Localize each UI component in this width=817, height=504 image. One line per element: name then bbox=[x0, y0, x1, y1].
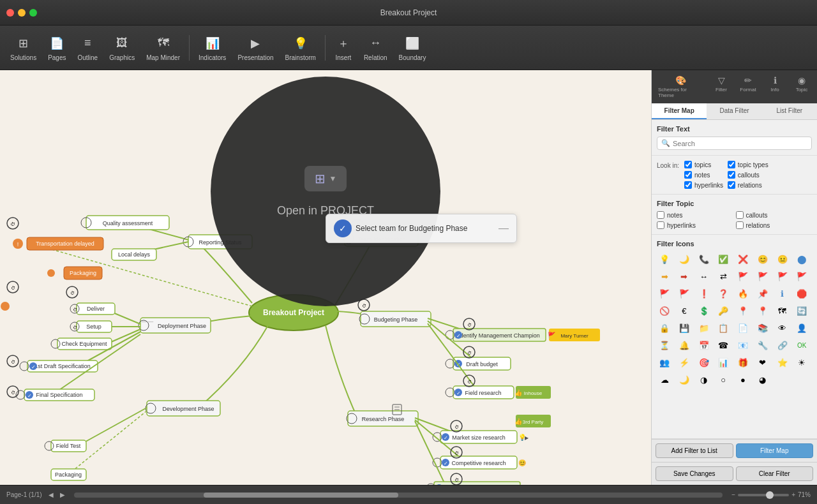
icon-eye[interactable]: 👁 bbox=[775, 320, 790, 336]
maximize-button[interactable] bbox=[29, 9, 37, 17]
icon-target[interactable]: 🎯 bbox=[696, 355, 712, 370]
icon-paper[interactable]: 📄 bbox=[735, 320, 751, 336]
icon-circle-half[interactable]: ◑ bbox=[696, 372, 712, 387]
check-callouts[interactable]: callouts bbox=[728, 171, 768, 179]
check-relations[interactable]: relations bbox=[728, 181, 768, 189]
icon-link[interactable]: 🔗 bbox=[775, 337, 790, 353]
icon-map-pin[interactable]: 📍 bbox=[755, 303, 770, 318]
toolbar-outline[interactable]: ≡ Outline bbox=[73, 32, 103, 64]
add-filter-button[interactable]: Add Filter to List bbox=[656, 443, 733, 458]
schemes-button[interactable]: 🎨 Schemes for Theme bbox=[654, 73, 707, 101]
icon-check[interactable]: ✅ bbox=[716, 251, 731, 267]
icon-circle-empty[interactable]: ○ bbox=[716, 372, 731, 387]
icon-circle-blue[interactable]: ⬤ bbox=[794, 251, 809, 267]
icon-marker[interactable]: 📍 bbox=[735, 303, 751, 318]
icon-book[interactable]: 📚 bbox=[755, 320, 770, 336]
horizontal-scrollbar[interactable] bbox=[74, 493, 723, 498]
icon-question-red[interactable]: ❓ bbox=[716, 286, 731, 301]
toolbar-insert[interactable]: ＋ Insert bbox=[329, 32, 357, 64]
icon-folder[interactable]: 📁 bbox=[696, 320, 712, 336]
check-hyperlinks[interactable]: hyperlinks bbox=[684, 181, 725, 189]
icon-exclaim-red[interactable]: ❗ bbox=[696, 286, 712, 301]
icon-flag-yellow[interactable]: 🚩 bbox=[794, 269, 809, 284]
icon-flag-red[interactable]: 🚩 bbox=[735, 269, 751, 284]
info-button[interactable]: ℹ Info bbox=[762, 73, 788, 101]
icon-lightbulb[interactable]: 💡 bbox=[657, 251, 672, 267]
icon-info-blue[interactable]: ℹ bbox=[775, 286, 790, 301]
toolbar-brainstorm[interactable]: 💡 Brainstorm bbox=[280, 32, 321, 64]
icon-arrow-right-red[interactable]: ➡ bbox=[677, 269, 692, 284]
icon-heart[interactable]: ❤ bbox=[755, 355, 770, 370]
icon-stop[interactable]: 🛑 bbox=[794, 286, 809, 301]
icon-refresh[interactable]: 🔄 bbox=[794, 303, 809, 318]
check-topic-types[interactable]: topic types bbox=[728, 161, 768, 168]
icon-key[interactable]: 🔑 bbox=[716, 303, 731, 318]
prev-page-button[interactable]: ◀ bbox=[49, 491, 54, 498]
icon-moon2[interactable]: 🌙 bbox=[677, 372, 692, 387]
icon-person[interactable]: 👤 bbox=[794, 320, 809, 336]
icon-arrow-right-yellow[interactable]: ➡ bbox=[657, 269, 672, 284]
icon-smile[interactable]: 😊 bbox=[755, 251, 770, 267]
icon-phone2[interactable]: ☎ bbox=[716, 337, 731, 353]
check-topics[interactable]: topics bbox=[684, 161, 725, 168]
zoom-slider[interactable] bbox=[738, 494, 789, 496]
icon-moon[interactable]: 🌙 bbox=[677, 251, 692, 267]
filter-button[interactable]: ▽ Filter bbox=[708, 73, 734, 101]
minimize-button[interactable] bbox=[18, 9, 26, 17]
task-bubble[interactable]: ✓ Select team for Budgeting Phase — bbox=[326, 214, 517, 243]
icon-arrow-lr[interactable]: ↔ bbox=[696, 269, 712, 284]
ft-check-relations[interactable]: relations bbox=[736, 221, 813, 229]
icon-users[interactable]: 👥 bbox=[657, 355, 672, 370]
icon-gift[interactable]: 🎁 bbox=[735, 355, 751, 370]
toolbar-pages[interactable]: 📄 Pages bbox=[43, 32, 71, 64]
tab-list-filter[interactable]: List Filter bbox=[762, 103, 817, 119]
tab-filter-map[interactable]: Filter Map bbox=[652, 103, 707, 119]
icon-circle-full[interactable]: ● bbox=[735, 372, 751, 387]
icon-tools[interactable]: 🔧 bbox=[755, 337, 770, 353]
clear-filter-button[interactable]: Clear Filter bbox=[736, 466, 814, 481]
icon-circle-q[interactable]: ◕ bbox=[755, 372, 770, 387]
icon-bell[interactable]: 🔔 bbox=[677, 337, 692, 353]
ft-check-callouts[interactable]: callouts bbox=[736, 211, 813, 219]
icon-hourglass[interactable]: ⏳ bbox=[657, 337, 672, 353]
icon-map-pin-red2[interactable]: 🗺 bbox=[775, 303, 790, 318]
icon-star[interactable]: ⭐ bbox=[775, 355, 790, 370]
zoom-out-button[interactable]: − bbox=[731, 491, 735, 498]
close-button[interactable] bbox=[6, 9, 14, 17]
toolbar-mapminder[interactable]: 🗺 Map Minder bbox=[141, 32, 185, 64]
icon-flag-orange[interactable]: 🚩 bbox=[775, 269, 790, 284]
icon-lightning[interactable]: ⚡ bbox=[677, 355, 692, 370]
toolbar-indicators[interactable]: 📊 Indicators bbox=[193, 32, 231, 64]
tab-data-filter[interactable]: Data Filter bbox=[707, 103, 761, 119]
ft-check-hyperlinks[interactable]: hyperlinks bbox=[657, 221, 733, 229]
ft-check-notes[interactable]: notes bbox=[657, 211, 733, 219]
icon-sun[interactable]: ☀ bbox=[794, 355, 809, 370]
icon-fire[interactable]: 🔥 bbox=[735, 286, 751, 301]
filter-map-button[interactable]: Filter Map bbox=[736, 443, 814, 458]
canvas-area[interactable]: Breakout Project Quality assessment Repo… bbox=[0, 70, 651, 485]
format-button[interactable]: ✏ Format bbox=[735, 73, 761, 101]
zoom-in-button[interactable]: + bbox=[791, 491, 795, 498]
toolbar-boundary[interactable]: ⬜ Boundary bbox=[394, 32, 431, 64]
toolbar-relation[interactable]: ↔ Relation bbox=[359, 32, 393, 64]
toolbar-graphics[interactable]: 🖼 Graphics bbox=[104, 32, 140, 64]
icon-cloud[interactable]: ☁ bbox=[657, 372, 672, 387]
check-notes[interactable]: notes bbox=[684, 171, 725, 179]
icon-xmark[interactable]: ❌ bbox=[735, 251, 751, 267]
icon-phone[interactable]: 📞 bbox=[696, 251, 712, 267]
topic-button[interactable]: ◉ Topic bbox=[789, 73, 814, 101]
icon-flag-green[interactable]: 🚩 bbox=[755, 269, 770, 284]
save-changes-button[interactable]: Save Changes bbox=[656, 466, 733, 481]
toolbar-solutions[interactable]: ⊞ Solutions bbox=[5, 32, 41, 64]
icon-lock[interactable]: 🔒 bbox=[657, 320, 672, 336]
open-in-project-overlay[interactable]: ⊞ ▼ Open in PROJECT bbox=[211, 77, 440, 306]
icon-arrow-rl[interactable]: ⇄ bbox=[716, 269, 731, 284]
icon-flag-blue[interactable]: 🚩 bbox=[657, 286, 672, 301]
icon-nope[interactable]: 🚫 bbox=[657, 303, 672, 318]
toolbar-presentation[interactable]: ▶ Presentation bbox=[232, 32, 278, 64]
icon-save[interactable]: 💾 bbox=[677, 320, 692, 336]
icon-mail[interactable]: 📧 bbox=[735, 337, 751, 353]
icon-euro[interactable]: € bbox=[677, 303, 692, 318]
icon-neutral[interactable]: 😐 bbox=[775, 251, 790, 267]
icon-pin[interactable]: 📌 bbox=[755, 286, 770, 301]
